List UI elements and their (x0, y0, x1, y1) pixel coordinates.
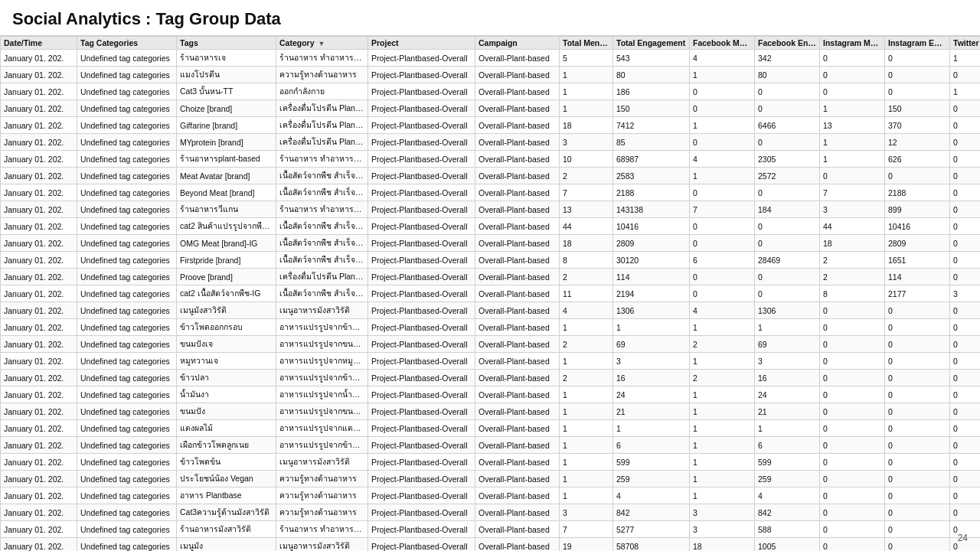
table-cell: Undefined tag categories (77, 100, 177, 117)
table-cell: Project-Plantbased-Overall (368, 471, 475, 487)
table-row: January 01. 202.Undefined tag categories… (1, 336, 981, 353)
table-cell: Undefined tag categories (77, 168, 177, 184)
header-facebook-enga[interactable]: Facebook Enga (755, 37, 820, 50)
table-row: January 01. 202.Undefined tag categories… (1, 252, 981, 269)
table-cell: 0 (820, 50, 885, 67)
table-cell: 0 (885, 521, 950, 538)
table-cell: Overall-Plant-based (475, 420, 560, 437)
table-row: January 01. 202.Undefined tag categories… (1, 83, 981, 100)
table-cell: January 01. 202. (1, 538, 77, 552)
table-cell: 7 (560, 521, 613, 538)
table-cell: Undefined tag categories (77, 218, 177, 235)
table-cell: 4 (613, 487, 690, 504)
table-cell: 0 (950, 319, 981, 336)
table-cell: 18 (690, 538, 755, 552)
table-cell: 1 (820, 151, 885, 168)
table-cell: 0 (950, 117, 981, 134)
table-cell: Undefined tag categories (77, 269, 177, 285)
table-row: January 01. 202.Undefined tag categories… (1, 67, 981, 83)
table-cell: 1 (690, 471, 755, 487)
table-cell: 0 (950, 100, 981, 117)
table-row: January 01. 202.Undefined tag categories… (1, 100, 981, 117)
table-cell: 1 (560, 487, 613, 504)
table-cell: Project-Plantbased-Overall (368, 67, 475, 83)
header-total-mentions[interactable]: Total Mentions (560, 37, 613, 50)
table-cell: 69 (613, 336, 690, 353)
table-cell: 1 (560, 67, 613, 83)
header-date[interactable]: Date/Time (1, 37, 77, 50)
table-cell: Project-Plantbased-Overall (368, 504, 475, 521)
table-cell: 0 (755, 269, 820, 285)
table-cell: Undefined tag categories (77, 487, 177, 504)
header-facebook-ment[interactable]: Facebook Ment (690, 37, 755, 50)
table-cell: แมงโปรตีน (177, 67, 276, 83)
table-cell: 24 (613, 386, 690, 403)
table-cell: 0 (950, 471, 981, 487)
table-cell: 8 (820, 285, 885, 302)
table-cell: Overall-Plant-based (475, 201, 560, 218)
table-cell: 0 (950, 454, 981, 471)
table-cell: 0 (885, 420, 950, 437)
table-cell: 2 (560, 370, 613, 386)
table-row: January 01. 202.Undefined tag categories… (1, 184, 981, 201)
table-cell: 0 (950, 134, 981, 151)
table-cell: เนื้อสัตว์จากพืช สำเร็จรูป (276, 184, 368, 201)
table-cell: 85 (613, 134, 690, 151)
table-cell: 0 (755, 218, 820, 235)
table-cell: 842 (755, 504, 820, 521)
table-cell: 1 (560, 437, 613, 454)
table-cell: ขนมปัง (177, 403, 276, 420)
table-cell: Project-Plantbased-Overall (368, 201, 475, 218)
table-cell: เมนูมัง (177, 538, 276, 552)
table-cell: 0 (690, 218, 755, 235)
header-twitter-mention[interactable]: Twitter Mention (950, 37, 981, 50)
table-cell: 143138 (613, 201, 690, 218)
table-cell: 0 (690, 235, 755, 252)
table-cell: 0 (885, 386, 950, 403)
table-cell: January 01. 202. (1, 184, 77, 201)
table-cell: Undefined tag categories (77, 252, 177, 269)
table-cell: 0 (820, 302, 885, 319)
table-cell: 68987 (613, 151, 690, 168)
header-project[interactable]: Project (368, 37, 475, 50)
table-cell: อาหาร Plantbase (177, 487, 276, 504)
table-row: January 01. 202.Undefined tag categories… (1, 471, 981, 487)
header-instagram-ment[interactable]: Instagram Ment (820, 37, 885, 50)
table-cell: Overall-Plant-based (475, 302, 560, 319)
table-row: January 01. 202.Undefined tag categories… (1, 269, 981, 285)
table-cell: 2 (690, 370, 755, 386)
table-cell: 0 (755, 184, 820, 201)
table-cell: Project-Plantbased-Overall (368, 437, 475, 454)
header-tag-categories[interactable]: Tag Categories (77, 37, 177, 50)
table-cell: January 01. 202. (1, 336, 77, 353)
header-category[interactable]: Category ▼ (276, 37, 368, 50)
table-cell: Firstpride [brand] (177, 252, 276, 269)
table-row: January 01. 202.Undefined tag categories… (1, 504, 981, 521)
table-cell: January 01. 202. (1, 471, 77, 487)
table-cell: Overall-Plant-based (475, 83, 560, 100)
table-cell: Choize [brand] (177, 100, 276, 117)
header-instagram-enge[interactable]: Instagram Enge (885, 37, 950, 50)
table-cell: 1 (690, 386, 755, 403)
header-tags[interactable]: Tags (177, 37, 276, 50)
table-cell: เมนูอาหารมังสาวิรัติ (276, 302, 368, 319)
table-cell: 0 (885, 504, 950, 521)
table-cell: 259 (613, 471, 690, 487)
header-total-engagement[interactable]: Total Engagement (613, 37, 690, 50)
table-cell: 588 (755, 521, 820, 538)
table-cell: 0 (950, 235, 981, 252)
table-cell: 0 (820, 353, 885, 370)
table-cell: Undefined tag categories (77, 134, 177, 151)
table-cell: January 01. 202. (1, 521, 77, 538)
table-cell: Project-Plantbased-Overall (368, 521, 475, 538)
table-cell: Project-Plantbased-Overall (368, 386, 475, 403)
table-cell: 543 (613, 50, 690, 67)
table-cell: เนื้อสัตว์จากพืช สำเร็จรูป (276, 235, 368, 252)
table-cell: 599 (613, 454, 690, 471)
table-cell: เนื้อสัตว์จากพืช สำเร็จรูป (276, 252, 368, 269)
filter-icon[interactable]: ▼ (318, 40, 325, 47)
table-row: January 01. 202.Undefined tag categories… (1, 370, 981, 386)
table-cell: Project-Plantbased-Overall (368, 487, 475, 504)
header-campaign[interactable]: Campaign (475, 37, 560, 50)
table-cell: 3 (820, 201, 885, 218)
